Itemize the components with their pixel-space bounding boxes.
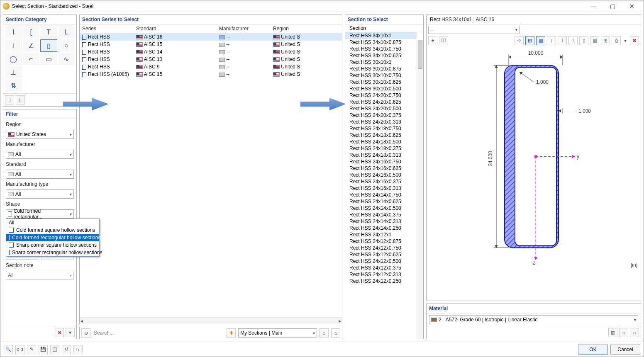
mysections-tool-1[interactable]: ⌂ <box>320 328 329 338</box>
category-icon-3[interactable]: L <box>58 26 75 39</box>
close-button[interactable]: ✕ <box>622 1 641 12</box>
section-item[interactable]: Rect HSS 24x14x0.313 <box>345 218 417 225</box>
section-item[interactable]: Rect HSS 34x10x0.750 <box>345 46 417 52</box>
col-series[interactable]: Series <box>80 24 134 33</box>
section-item[interactable]: Rect HSS 24x20x0.375 <box>345 112 417 119</box>
section-item[interactable]: Rect HSS 24x12x1 <box>345 231 417 238</box>
add-to-mysections-button[interactable]: ✚ <box>227 328 236 338</box>
standard-combo[interactable]: All▾ <box>6 170 74 179</box>
category-icon-1[interactable]: [ <box>23 26 40 39</box>
section-item[interactable]: Rect HSS 34x10x0.625 <box>345 52 417 59</box>
shape-option[interactable]: Cold formed square hollow sections <box>6 226 99 234</box>
category-icon-2[interactable]: T <box>40 26 57 39</box>
section-item[interactable]: Rect HSS 24x18x0.750 <box>345 125 417 132</box>
category-icon-5[interactable]: ∠ <box>23 39 40 52</box>
section-item[interactable]: Rect HSS 24x12x0.313 <box>345 271 417 278</box>
series-row[interactable]: Rect HSS AISC 13 -- United S <box>80 56 342 63</box>
section-item[interactable]: Rect HSS 24x12x0.875 <box>345 238 417 245</box>
search-input[interactable] <box>93 329 224 337</box>
section-item[interactable]: Rect HSS 24x14x0.750 <box>345 192 417 198</box>
clear-filter-button[interactable]: ✖ <box>55 328 64 337</box>
section-item[interactable]: Rect HSS 34x10x0.875 <box>345 39 417 46</box>
shape-option[interactable]: Cold formed rectangular hollow sections <box>6 234 99 241</box>
section-item[interactable]: Rect HSS 30x10x0.500 <box>345 85 417 92</box>
category-icon-7[interactable]: ○ <box>58 39 75 52</box>
section-item[interactable]: Rect HSS 24x16x0.500 <box>345 172 417 178</box>
section-item[interactable]: Rect HSS 24x14x0.625 <box>345 198 417 205</box>
category-tool-1[interactable]: ▯ <box>5 95 14 104</box>
section-item[interactable]: Rect HSS 24x12x0.500 <box>345 258 417 265</box>
col-standard[interactable]: Standard <box>134 24 217 33</box>
section-item[interactable]: Rect HSS 24x20x0.625 <box>345 99 417 105</box>
my-sections-combo[interactable]: My Sections | Main▾ <box>238 328 317 338</box>
cancel-button[interactable]: Cancel <box>610 345 640 355</box>
section-item[interactable]: Rect HSS 24x14x0.250 <box>345 225 417 231</box>
col-manufacturer[interactable]: Manufacturer <box>217 24 271 33</box>
series-row[interactable]: Rect HSS AISC 16 -- United S <box>80 33 342 41</box>
category-icon-11[interactable]: ∿ <box>58 53 75 65</box>
section-item[interactable]: Rect HSS 30x10x0.875 <box>345 66 417 72</box>
footer-tool-5[interactable]: 📋 <box>50 345 59 354</box>
mysections-tool-2[interactable]: ⌂ <box>331 328 340 338</box>
col-region[interactable]: Region <box>271 24 342 33</box>
section-item[interactable]: Rect HSS 24x16x0.750 <box>345 158 417 165</box>
section-item[interactable]: Rect HSS 24x18x0.625 <box>345 132 417 138</box>
series-row[interactable]: Rect HSS AISC 9 -- United S <box>80 63 342 70</box>
footer-tool-3[interactable]: ✎ <box>27 345 36 354</box>
section-item[interactable]: Rect HSS 24x20x0.750 <box>345 92 417 99</box>
section-item[interactable]: Rect HSS 24x18x0.500 <box>345 138 417 145</box>
ok-button[interactable]: OK <box>578 345 608 355</box>
manuf-type-combo[interactable]: All▾ <box>6 189 74 199</box>
series-row[interactable]: Rect HSS AISC 15 -- United S <box>80 41 342 48</box>
section-list-scrollbar[interactable] <box>417 40 423 339</box>
shape-option[interactable]: Sharp corner square hollow sections <box>6 241 99 249</box>
category-tool-2[interactable]: ▯ <box>16 95 25 104</box>
shape-option[interactable]: Sharp corner rectangular hollow sections <box>6 249 99 256</box>
category-icon-12[interactable]: ⊥ <box>5 66 22 78</box>
category-icon-6[interactable]: ▯ <box>40 39 57 52</box>
material-lib-button[interactable]: ▥ <box>608 328 617 337</box>
section-header[interactable]: Section <box>345 24 423 32</box>
category-icon-0[interactable]: I <box>5 26 22 39</box>
category-icon-9[interactable]: ⌐ <box>23 53 40 65</box>
footer-tool-6[interactable]: ↺ <box>62 345 71 354</box>
shape-option[interactable]: All <box>6 219 99 226</box>
series-row[interactable]: Rect HSS (A1085) AISC 15 -- United S <box>80 70 342 78</box>
search-pick-button[interactable]: ⊕ <box>81 328 90 338</box>
series-hscroll[interactable]: ◂▸ <box>80 317 342 324</box>
footer-tool-7[interactable]: I↕ <box>73 345 83 354</box>
section-item[interactable]: Rect HSS 24x14x0.500 <box>345 205 417 211</box>
section-item[interactable]: Rect HSS 24x12x0.750 <box>345 245 417 251</box>
section-item[interactable]: Rect HSS 24x14x0.375 <box>345 211 417 218</box>
material-combo[interactable]: 2 - A572, Grade 60 | Isotropic | Linear … <box>429 315 638 324</box>
section-item[interactable]: Rect HSS 24x12x0.250 <box>345 278 417 284</box>
section-item[interactable]: Rect HSS 24x18x0.313 <box>345 152 417 158</box>
section-item[interactable]: Rect HSS 24x20x0.313 <box>345 119 417 125</box>
section-item[interactable]: Rect HSS 30x10x0.750 <box>345 72 417 79</box>
material-new-button[interactable]: ⌂ <box>619 328 628 337</box>
section-item[interactable]: Rect HSS 24x16x0.375 <box>345 178 417 185</box>
material-edit-button[interactable]: ⌂ <box>630 328 639 337</box>
section-item[interactable]: Rect HSS 24x20x0.500 <box>345 105 417 112</box>
footer-tool-1[interactable]: 🔍 <box>4 345 13 354</box>
section-item[interactable]: Rect HSS 24x18x0.375 <box>345 145 417 152</box>
category-icon-13[interactable]: ⇅ <box>5 79 22 92</box>
section-item[interactable]: Rect HSS 24x16x0.313 <box>345 185 417 192</box>
minimize-button[interactable]: ― <box>584 1 603 12</box>
category-icon-8[interactable]: ◯ <box>5 53 22 65</box>
apply-filter-button[interactable]: ▼ <box>66 328 75 337</box>
category-icon-10[interactable]: ▭ <box>40 53 57 65</box>
section-note-combo[interactable]: All▾ <box>6 271 74 280</box>
section-item[interactable]: Rect HSS 24x12x0.375 <box>345 265 417 271</box>
manufacturer-combo[interactable]: All▾ <box>6 150 74 159</box>
region-combo[interactable]: United States▾ <box>6 130 74 139</box>
section-item[interactable]: Rect HSS 24x16x0.625 <box>345 165 417 172</box>
footer-tool-2[interactable]: 0.0 <box>15 345 24 354</box>
section-item[interactable]: Rect HSS 24x12x0.625 <box>345 251 417 258</box>
section-item[interactable]: Rect HSS 30x10x0.625 <box>345 79 417 85</box>
footer-tool-4[interactable]: 💾 <box>39 345 48 354</box>
section-item[interactable]: Rect HSS 30x10x1 <box>345 59 417 66</box>
shape-combo[interactable]: Cold formed rectangular...▾ <box>6 209 74 219</box>
series-row[interactable]: Rect HSS AISC 14 -- United S <box>80 48 342 56</box>
section-item[interactable]: Rect HSS 34x10x1 <box>345 32 417 39</box>
